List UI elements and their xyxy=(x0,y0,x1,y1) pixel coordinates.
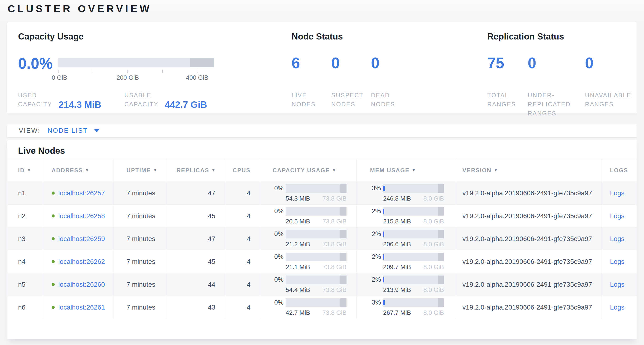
node-address-link[interactable]: localhost:26258 xyxy=(58,212,105,220)
node-address-link[interactable]: localhost:26260 xyxy=(58,281,105,288)
logs-link[interactable]: Logs xyxy=(610,235,624,243)
sort-arrow-icon[interactable]: ▼ xyxy=(412,168,416,173)
cell-uptime: 7 minutes xyxy=(113,205,167,227)
dead-nodes-stat: 0 DEAD NODES xyxy=(371,56,411,109)
capacity-gauge-reserved-segment xyxy=(190,58,214,67)
cell-capacity-usage: 0% 21.2 MiB 73.8 GiB xyxy=(260,227,356,250)
view-selected-value[interactable]: NODE LIST xyxy=(48,127,88,134)
header-version[interactable]: VERSION ▼ xyxy=(455,159,601,182)
cell-replicas: 45 xyxy=(167,205,225,227)
cluster-overview-page: CLUSTER OVERVIEW Capacity Usage 0.0% 0 G… xyxy=(0,0,644,345)
view-bar: VIEW: NODE LIST xyxy=(7,124,637,138)
used-capacity-label: USED CAPACITY xyxy=(18,91,50,109)
mem-usage-bar xyxy=(383,230,444,238)
mem-percent: 2% xyxy=(370,276,381,283)
capacity-usage-section: Capacity Usage 0.0% 0 GiB 200 GiB 400 Gi… xyxy=(18,32,282,42)
cell-uptime: 7 minutes xyxy=(113,250,167,273)
logs-link[interactable]: Logs xyxy=(610,258,624,265)
node-address-link[interactable]: localhost:26257 xyxy=(58,189,105,197)
total-ranges-label: TOTAL RANGES xyxy=(487,91,519,109)
node-address-link[interactable]: localhost:26261 xyxy=(58,304,105,311)
mem-percent: 2% xyxy=(370,207,381,215)
capacity-percent: 0% xyxy=(272,299,284,306)
capacity-usage-bar xyxy=(286,207,346,216)
cell-mem-usage: 3% 246.8 MiB 8.0 GiB xyxy=(356,182,455,204)
usable-capacity-label: USABLE CAPACITY xyxy=(124,91,156,109)
table-row: n6 localhost:26261 7 minutes 43 4 0% xyxy=(7,296,637,318)
usable-capacity-value: 442.7 GiB xyxy=(165,100,207,110)
capacity-bar-reserved xyxy=(340,253,346,261)
node-live-icon xyxy=(52,283,55,286)
cell-node-id: n6 xyxy=(7,296,42,318)
node-address-link[interactable]: localhost:26262 xyxy=(58,258,105,265)
mem-total-value: 8.0 GiB xyxy=(423,195,444,202)
cell-version: v19.2.0-alpha.20190606-2491-gfe735c9a97 xyxy=(455,205,601,227)
logs-link[interactable]: Logs xyxy=(610,189,624,197)
cell-address: localhost:26258 xyxy=(42,205,113,227)
cell-node-id: n2 xyxy=(7,205,42,227)
replication-status-title: Replication Status xyxy=(487,32,630,42)
header-mem-usage[interactable]: MEM USAGE ▼ xyxy=(356,159,455,182)
view-dropdown[interactable]: NODE LIST xyxy=(48,127,100,134)
under-replicated-label: UNDER-REPLICATED RANGES xyxy=(528,91,577,118)
mem-usage-meter: 2% 213.9 MiB 8.0 GiB xyxy=(370,275,444,294)
mem-percent: 2% xyxy=(370,253,381,260)
total-ranges-count: 75 xyxy=(487,56,528,71)
mem-bar-reserved xyxy=(438,230,444,238)
capacity-percent: 0% xyxy=(272,276,284,283)
capacity-used-value: 54.4 MiB xyxy=(286,286,310,294)
header-id[interactable]: ID ▼ xyxy=(7,159,42,182)
mem-usage-bar xyxy=(383,275,444,284)
under-replicated-count: 0 xyxy=(528,56,585,71)
cell-version: v19.2.0-alpha.20190606-2491-gfe735c9a97 xyxy=(455,296,601,318)
header-address[interactable]: ADDRESS ▼ xyxy=(42,159,113,182)
sort-arrow-icon[interactable]: ▼ xyxy=(494,168,498,173)
mem-bar-fill xyxy=(383,209,384,214)
cell-uptime: 7 minutes xyxy=(113,227,167,250)
mem-total-value: 8.0 GiB xyxy=(423,263,444,271)
header-cpus: CPUS xyxy=(225,159,260,182)
mem-used-value: 215.8 MiB xyxy=(383,218,411,225)
table-row: n2 localhost:26258 7 minutes 45 4 0% xyxy=(7,204,637,227)
capacity-total-value: 73.8 GiB xyxy=(322,240,346,248)
live-nodes-count: 6 xyxy=(292,56,331,71)
mem-usage-bar xyxy=(383,184,444,193)
logs-link[interactable]: Logs xyxy=(610,304,624,311)
header-replicas[interactable]: REPLICAS ▼ xyxy=(167,159,225,182)
dead-nodes-label: DEAD NODES xyxy=(371,91,402,109)
capacity-usage-meter: 0% 20.5 MiB 73.8 GiB xyxy=(272,207,346,225)
logs-link[interactable]: Logs xyxy=(610,281,624,288)
sort-arrow-icon[interactable]: ▼ xyxy=(212,168,215,173)
capacity-gauge-bar-area: 0 GiB 200 GiB 400 GiB xyxy=(58,56,214,85)
cell-logs: Logs xyxy=(601,182,637,204)
header-uptime[interactable]: UPTIME ▼ xyxy=(113,159,167,182)
cell-replicas: 43 xyxy=(167,296,225,318)
cell-uptime: 7 minutes xyxy=(113,182,167,204)
cell-capacity-usage: 0% 54.3 MiB 73.8 GiB xyxy=(260,182,356,204)
capacity-stats: USED CAPACITY 214.3 MiB USABLE CAPACITY … xyxy=(18,91,207,109)
capacity-percent: 0% xyxy=(272,185,284,192)
mem-bar-reserved xyxy=(438,275,444,284)
sort-arrow-icon[interactable]: ▼ xyxy=(153,168,157,173)
mem-bar-fill xyxy=(383,277,384,282)
sort-arrow-icon[interactable]: ▼ xyxy=(27,168,31,173)
cell-capacity-usage: 0% 42.7 MiB 73.8 GiB xyxy=(260,296,356,318)
header-capacity-usage[interactable]: CAPACITY USAGE ▼ xyxy=(260,159,356,182)
cell-logs: Logs xyxy=(601,205,637,227)
replication-status-section: Replication Status 75 TOTAL RANGES 0 UND… xyxy=(487,32,630,42)
cell-node-id: n3 xyxy=(7,227,42,250)
dead-nodes-count: 0 xyxy=(371,56,411,71)
sort-arrow-icon[interactable]: ▼ xyxy=(85,168,89,173)
chevron-down-icon[interactable] xyxy=(94,129,100,132)
capacity-total-value: 73.8 GiB xyxy=(322,195,346,202)
mem-bar-fill xyxy=(383,254,384,260)
mem-bar-fill xyxy=(383,300,385,305)
unavailable-label: UNAVAILABLE RANGES xyxy=(585,91,634,109)
cell-replicas: 45 xyxy=(167,250,225,273)
node-address-link[interactable]: localhost:26259 xyxy=(58,235,105,243)
sort-arrow-icon[interactable]: ▼ xyxy=(332,168,336,173)
cell-cpus: 4 xyxy=(225,296,260,318)
logs-link[interactable]: Logs xyxy=(610,212,624,220)
cell-mem-usage: 2% 206.6 MiB 8.0 GiB xyxy=(356,227,455,250)
cell-cpus: 4 xyxy=(225,227,260,250)
